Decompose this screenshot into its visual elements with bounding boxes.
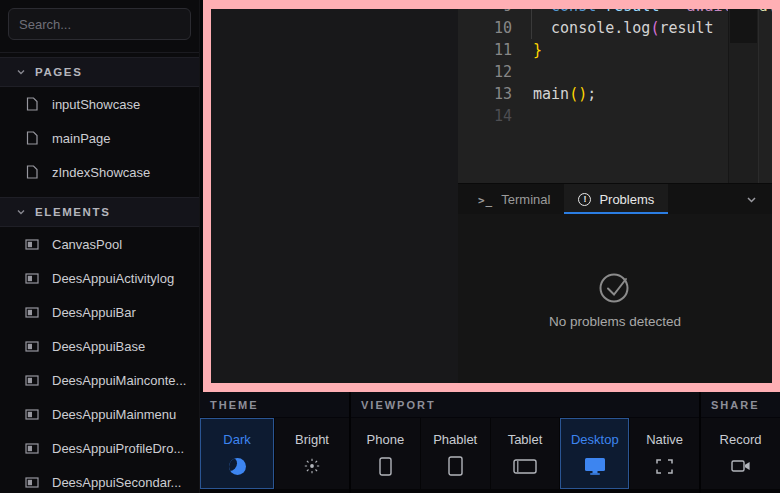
problems-empty-message: No problems detected: [549, 314, 681, 329]
sidebar-item-label: DeesAppuiMainmenu: [52, 407, 176, 422]
code-text: [512, 105, 533, 127]
bright-button[interactable]: Bright: [275, 418, 349, 489]
button-label: Record: [720, 432, 762, 447]
app-window: PAGESinputShowcasemainPagezIndexShowcase…: [0, 0, 780, 493]
component-icon: [25, 273, 39, 284]
record-button[interactable]: Record: [701, 418, 780, 489]
sidebar-item-deesappuiactivitylog[interactable]: DeesAppuiActivitylog: [0, 261, 199, 295]
component-icon: [25, 375, 39, 386]
button-label: Phablet: [433, 432, 477, 447]
button-label: Dark: [223, 432, 250, 447]
toolbar-cells: DarkBright: [200, 418, 349, 493]
sidebar-item-deesappuibar[interactable]: DeesAppuiBar: [0, 295, 199, 329]
component-icon: [25, 307, 39, 318]
editor-scrollbar[interactable]: [728, 9, 759, 183]
section-header-elements[interactable]: ELEMENTS: [0, 197, 199, 227]
code-text: console.log(result: [512, 17, 714, 39]
code-editor[interactable]: 9 const result = await add()10 console.l…: [458, 9, 772, 183]
tablet-button[interactable]: Tablet: [491, 418, 560, 489]
sidebar-item-mainpage[interactable]: mainPage: [0, 121, 199, 155]
sidebar-item-deesappuibase[interactable]: DeesAppuiBase: [0, 329, 199, 363]
toolbar-group-label: THEME: [200, 392, 349, 418]
line-number: 11: [458, 39, 512, 61]
dark-button[interactable]: Dark: [200, 418, 274, 489]
section-label: PAGES: [35, 66, 82, 78]
code-line: 12: [458, 61, 772, 83]
chevron-down-icon[interactable]: [745, 193, 758, 206]
line-number: 10: [458, 17, 512, 39]
section-label: ELEMENTS: [35, 206, 110, 218]
terminal-icon: >_: [478, 192, 493, 207]
phone-button[interactable]: Phone: [351, 418, 420, 489]
indent-guide: [531, 17, 532, 39]
phablet-button[interactable]: Phablet: [421, 418, 490, 489]
sidebar-item-deesappuimainconte[interactable]: DeesAppuiMainconte...: [0, 363, 199, 397]
toolbar-group-share: SHARERecord: [701, 392, 780, 493]
code-text: main();: [512, 83, 596, 105]
native-button[interactable]: Native: [630, 418, 699, 489]
sidebar-item-label: DeesAppuiBase: [52, 339, 145, 354]
chevron-down-icon: [16, 67, 26, 77]
code-line: 9 const result = await add(): [458, 9, 772, 17]
tab-label: Problems: [599, 192, 654, 207]
scrollbar-thumb[interactable]: [730, 9, 757, 43]
moon-icon: [229, 456, 246, 476]
tab-problems[interactable]: !Problems: [564, 184, 668, 214]
button-label: Desktop: [571, 432, 619, 447]
file-icon: [25, 97, 39, 111]
sidebar-item-deesappuiprofiledro[interactable]: DeesAppuiProfileDro...: [0, 431, 199, 465]
sidebar-sections: PAGESinputShowcasemainPagezIndexShowcase…: [0, 57, 199, 493]
native-icon: [656, 456, 673, 476]
preview-area: 9 const result = await add()10 console.l…: [200, 0, 780, 392]
file-icon: [25, 131, 39, 145]
panel-tabbar: >_Terminal!Problems: [458, 183, 772, 214]
indent-guide: [531, 9, 532, 17]
line-number: 9: [458, 9, 512, 17]
sidebar-item-canvaspool[interactable]: CanvasPool: [0, 227, 199, 261]
code-text: }: [512, 39, 542, 61]
preview-canvas: [211, 9, 458, 383]
code-line: 11}: [458, 39, 772, 61]
sidebar-item-deesappuisecondar[interactable]: DeesAppuiSecondar...: [0, 465, 199, 493]
phone-icon: [379, 456, 392, 476]
code-lines: 9 const result = await add()10 console.l…: [458, 9, 772, 127]
sidebar-item-inputshowcase[interactable]: inputShowcase: [0, 87, 199, 121]
search-box: [0, 0, 199, 48]
component-icon: [25, 239, 39, 250]
sidebar-item-label: inputShowcase: [52, 97, 140, 112]
line-number: 14: [458, 105, 512, 127]
sidebar-item-label: DeesAppuiActivitylog: [52, 271, 174, 286]
file-icon: [25, 165, 39, 179]
toolbar-cells: PhonePhabletTabletDesktopNative: [351, 418, 699, 493]
code-line: 10 console.log(result: [458, 17, 772, 39]
toolbar-group-label: SHARE: [701, 392, 780, 418]
button-label: Bright: [295, 432, 329, 447]
sidebar-item-label: mainPage: [52, 131, 111, 146]
component-icon: [25, 341, 39, 352]
divider: [0, 52, 199, 53]
search-input[interactable]: [8, 8, 191, 40]
bottom-toolbar: THEMEDarkBrightVIEWPORTPhonePhabletTable…: [200, 392, 780, 493]
toolbar-cells: Record: [701, 418, 780, 493]
sidebar-item-zindexshowcase[interactable]: zIndexShowcase: [0, 155, 199, 189]
phablet-icon: [448, 456, 463, 476]
sidebar: PAGESinputShowcasemainPagezIndexShowcase…: [0, 0, 200, 493]
record-icon: [731, 456, 751, 476]
sidebar-item-deesappuimainmenu[interactable]: DeesAppuiMainmenu: [0, 397, 199, 431]
line-number: 13: [458, 83, 512, 105]
component-icon: [25, 477, 39, 488]
tablet-icon: [513, 456, 537, 476]
check-circle-icon: [595, 269, 635, 305]
problems-panel: No problems detected: [458, 214, 772, 383]
desktop-button[interactable]: Desktop: [560, 418, 629, 489]
sidebar-item-label: DeesAppuiSecondar...: [52, 475, 181, 490]
sidebar-item-label: DeesAppuiMainconte...: [52, 373, 186, 388]
code-line: 13main();: [458, 83, 772, 105]
editor-panel: 9 const result = await add()10 console.l…: [458, 9, 772, 383]
toolbar-group-viewport: VIEWPORTPhonePhabletTabletDesktopNative: [351, 392, 699, 493]
tab-terminal[interactable]: >_Terminal: [464, 184, 564, 214]
toolbar-group-theme: THEMEDarkBright: [200, 392, 349, 493]
section-header-pages[interactable]: PAGES: [0, 57, 199, 87]
sidebar-item-label: CanvasPool: [52, 237, 122, 252]
preview-content: 9 const result = await add()10 console.l…: [211, 9, 772, 383]
